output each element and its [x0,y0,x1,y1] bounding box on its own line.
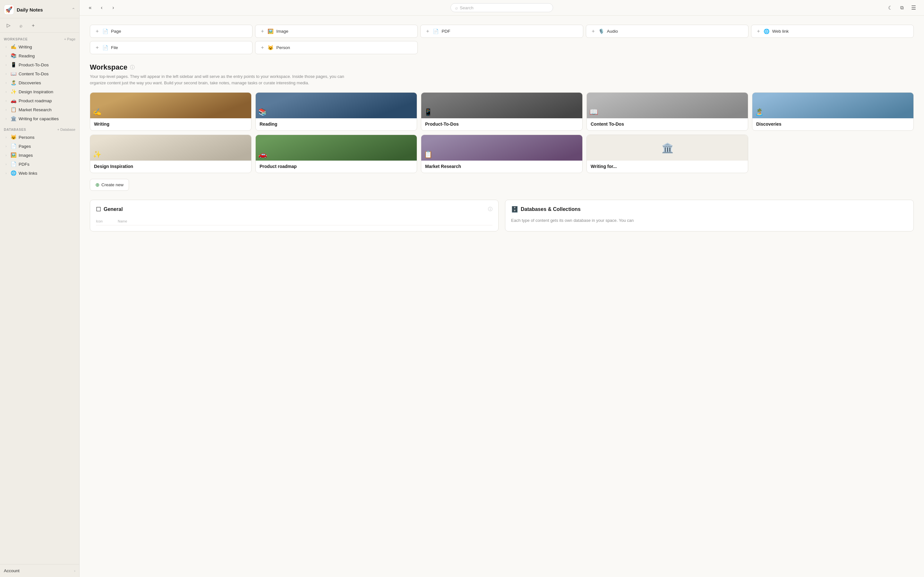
account-chevron-icon: › [74,568,75,573]
workspace-card-content-todos[interactable]: Content To-Dos [586,92,748,131]
sidebar-item-discoveries[interactable]: › 🏝️ Discoveries [1,78,78,87]
sidebar-item-design-inspiration[interactable]: › ✨ Design Inspiration [1,87,78,96]
workspace-card-discoveries[interactable]: Discoveries [752,92,914,131]
account-label: Account [4,568,19,573]
workspace-info-icon[interactable]: ⓘ [130,64,135,71]
sidebar-db-item-pages[interactable]: › 📄 Pages [1,142,78,151]
search-icon: ⌕ [455,5,458,10]
add-audio-label: Audio [607,29,618,34]
workspace-card-design-inspiration[interactable]: Design Inspiration [90,135,252,173]
content-area: ＋ 📄 Page ＋ 🖼️ Image ＋ 📄 PDF ＋ 🎙️ Audio ＋… [79,16,924,577]
sidebar-item-reading[interactable]: › 📚 Reading [1,51,78,60]
card-body-product-todos: Product-To-Dos [421,118,582,131]
workspace-nav: › ✍️ Writing › 📚 Reading › 📱 Product-To-… [0,42,79,123]
plus-icon: ＋ [425,28,430,35]
add-person-button[interactable]: ＋ 😺 Person [255,41,418,54]
image-icon: 🖼️ [268,29,274,34]
sidebar-db-label-images: Images [19,153,75,158]
sidebar-item-product-todos[interactable]: › 📱 Product-To-Dos [1,60,78,69]
sidebar-db-item-pdfs[interactable]: › 📄 PDFs [1,160,78,169]
card-label-discoveries: Discoveries [756,121,782,127]
sidebar-search-button[interactable]: ⌕ [15,21,26,30]
page-icon: 📄 [102,29,108,34]
databases-section-header: 🗄️ Databases & Collections [511,206,908,213]
add-page-action[interactable]: + Page [64,37,75,41]
add-page-label: Page [111,29,121,34]
add-file-button[interactable]: ＋ 📄 File [90,41,252,54]
sidebar-logo[interactable]: 🚀 Daily Notes [4,5,43,15]
workspace-card-market-research[interactable]: Market Research [421,135,583,173]
sidebar-item-emoji-discoveries: 🏝️ [10,80,17,85]
sidebar-add-button[interactable]: ＋ [27,21,39,30]
sidebar-db-item-web-links[interactable]: › 🌐 Web links [1,169,78,177]
general-section-header: ☐ General ⓘ [96,206,493,213]
sidebar-item-label-market-research: Market Research [19,107,75,112]
card-body-design-inspiration: Design Inspiration [90,161,251,173]
create-new-button[interactable]: ⊕ Create new [90,179,129,191]
menu-button[interactable]: ☰ [909,3,918,12]
search-bar[interactable]: ⌕ [451,3,553,12]
search-input[interactable] [460,5,537,10]
sidebar-db-emoji-web-links: 🌐 [10,170,17,176]
sidebar-item-writing-capacities[interactable]: › 🏛️ Writing for capacities [1,114,78,123]
sidebar-db-arrow-images: › [4,153,8,157]
card-image-market-research [421,135,582,161]
card-image-reading [256,93,417,118]
add-pdf-button[interactable]: ＋ 📄 PDF [420,25,583,38]
sidebar-item-arrow-market-research: › [4,108,8,111]
card-image-product-roadmap [256,135,417,161]
sidebar-item-label-writing-capacities: Writing for capacities [19,116,75,121]
card-body-content-todos: Content To-Dos [587,118,748,131]
workspace-card-product-roadmap[interactable]: Product roadmap [255,135,417,173]
workspace-card-writing-capacities[interactable]: Writing for... [586,135,748,173]
databases-section-label: DATABASES + Database [0,123,79,133]
sidebar-item-writing[interactable]: › ✍️ Writing [1,42,78,51]
card-label-content-todos: Content To-Dos [591,121,624,127]
sidebar-item-market-research[interactable]: › 📋 Market Research [1,105,78,114]
sidebar-item-emoji-reading: 📚 [10,53,17,59]
add-pdf-label: PDF [441,29,450,34]
sidebar-item-product-roadmap[interactable]: › 🚗 Product roadmap [1,96,78,105]
pdf-icon: 📄 [433,29,439,34]
app-title: Daily Notes [17,7,43,13]
collapse-sidebar-button[interactable]: « [86,3,95,12]
add-database-action[interactable]: + Database [57,127,75,131]
sidebar-db-arrow-persons: › [4,135,8,139]
create-new-label: Create new [102,182,124,187]
forward-button[interactable]: › [108,3,118,12]
add-page-button[interactable]: ＋ 📄 Page [90,25,252,38]
card-label-writing-capacities: Writing for... [591,164,617,169]
account-footer[interactable]: Account › [0,564,79,577]
card-label-writing: Writing [94,121,110,127]
card-image-writing [90,93,251,118]
add-audio-button[interactable]: ＋ 🎙️ Audio [586,25,748,38]
back-button[interactable]: ‹ [97,3,107,12]
create-plus-icon: ⊕ [95,182,99,188]
workspace-card-writing[interactable]: Writing [90,92,252,131]
general-info-icon[interactable]: ⓘ [488,206,493,212]
web-link-icon: 🌐 [764,29,770,34]
sidebar-db-item-persons[interactable]: › 😺 Persons [1,133,78,142]
workspace-cards-row1: Writing Reading Product-To-Dos Content T… [90,92,914,131]
add-web-link-button[interactable]: ＋ 🌐 Web link [751,25,914,38]
sidebar-item-emoji-product-todos: 📱 [10,62,17,68]
workspace-card-reading[interactable]: Reading [255,92,417,131]
card-label-product-roadmap: Product roadmap [260,164,297,169]
databases-icon: 🗄️ [511,206,518,213]
workspace-card-product-todos[interactable]: Product-To-Dos [421,92,583,131]
databases-section: 🗄️ Databases & Collections Each type of … [505,200,914,231]
sidebar-item-content-todos[interactable]: › 📖 Content To-Dos [1,69,78,78]
card-body-writing-capacities: Writing for... [587,161,748,173]
dark-mode-button[interactable]: ☾ [885,3,895,12]
sidebar-db-emoji-pdfs: 📄 [10,161,17,167]
add-image-button[interactable]: ＋ 🖼️ Image [255,25,418,38]
add-content-grid-row1: ＋ 📄 Page ＋ 🖼️ Image ＋ 📄 PDF ＋ 🎙️ Audio ＋… [90,25,914,38]
sidebar-item-arrow-writing-capacities: › [4,117,8,121]
sidebar-db-item-images[interactable]: › 🖼️ Images [1,151,78,160]
sidebar-collapse-icon[interactable]: ⌃ [71,7,75,12]
card-label-reading: Reading [260,121,277,127]
plus-icon: ＋ [95,28,100,35]
sidebar-play-button[interactable]: ▷ [3,21,14,30]
sidebar-item-label-product-roadmap: Product roadmap [19,98,75,103]
copy-button[interactable]: ⧉ [897,3,907,12]
